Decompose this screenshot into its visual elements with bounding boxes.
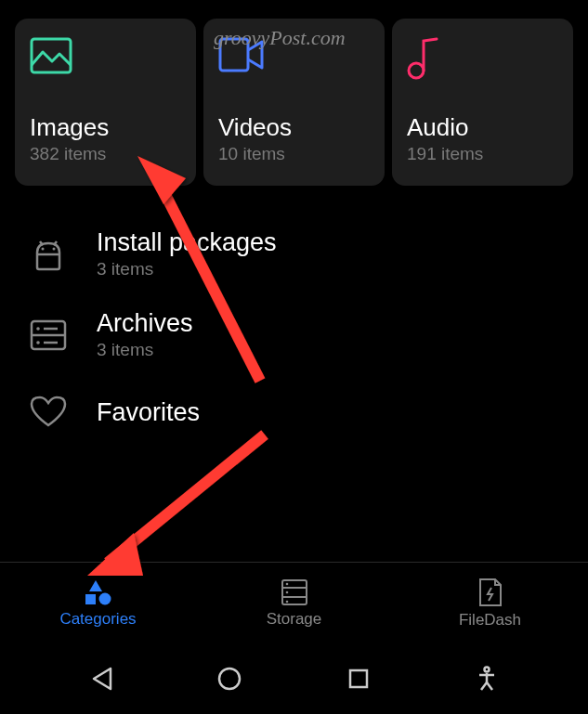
card-videos[interactable]: Videos 10 items — [203, 19, 385, 186]
card-title: Videos — [218, 113, 370, 142]
svg-rect-27 — [350, 670, 367, 687]
tab-filedash[interactable]: FileDash — [392, 563, 588, 643]
nav-home[interactable] — [211, 660, 248, 697]
svg-point-3 — [42, 247, 45, 250]
image-icon — [30, 37, 181, 87]
list-item-favorites[interactable]: Favorites — [0, 375, 588, 449]
svg-point-25 — [285, 600, 288, 603]
card-count: 382 items — [30, 144, 181, 164]
svg-rect-0 — [32, 39, 71, 72]
list-title: Install packages — [97, 228, 277, 257]
svg-point-23 — [285, 582, 288, 585]
list-item-archives[interactable]: Archives 3 items — [0, 294, 588, 375]
categories-icon — [83, 578, 114, 606]
card-audio[interactable]: Audio 191 items — [392, 19, 573, 186]
tab-label: FileDash — [459, 611, 521, 630]
video-icon — [218, 37, 370, 87]
nav-back[interactable] — [83, 660, 120, 697]
list-count: 3 items — [97, 259, 277, 279]
svg-point-9 — [36, 327, 40, 331]
tab-storage[interactable]: Storage — [196, 563, 392, 643]
tab-label: Storage — [267, 610, 322, 629]
card-count: 191 items — [407, 144, 558, 164]
bottom-tabs: Categories Storage FileDash — [0, 562, 588, 643]
svg-marker-17 — [89, 580, 102, 591]
svg-point-19 — [98, 592, 111, 604]
svg-point-24 — [285, 591, 288, 593]
card-title: Audio — [407, 113, 558, 142]
heart-icon — [26, 390, 71, 435]
nav-recent[interactable] — [340, 660, 377, 697]
svg-point-26 — [219, 669, 240, 689]
nav-accessibility[interactable] — [468, 660, 505, 697]
svg-rect-18 — [85, 594, 96, 604]
card-title: Images — [30, 113, 181, 142]
audio-icon — [407, 37, 558, 87]
svg-point-28 — [484, 668, 489, 672]
category-list: Install packages 3 items Archives 3 item… — [0, 204, 588, 459]
storage-icon — [281, 578, 308, 606]
list-title: Archives — [97, 309, 193, 338]
svg-point-2 — [409, 63, 424, 78]
svg-point-11 — [36, 341, 40, 344]
archive-icon — [26, 313, 71, 357]
list-title: Favorites — [97, 398, 200, 427]
card-images[interactable]: Images 382 items — [15, 19, 196, 186]
svg-rect-1 — [220, 39, 248, 71]
svg-point-4 — [53, 247, 56, 250]
svg-line-32 — [487, 682, 492, 690]
filedash-icon — [478, 578, 503, 607]
category-cards: Images 382 items Videos 10 items Audio 1… — [0, 0, 588, 204]
list-count: 3 items — [97, 340, 193, 360]
card-count: 10 items — [218, 144, 370, 164]
android-icon — [26, 232, 71, 277]
svg-line-31 — [481, 682, 487, 690]
list-item-install-packages[interactable]: Install packages 3 items — [0, 214, 588, 294]
tab-label: Categories — [59, 610, 136, 629]
android-nav-bar — [0, 643, 588, 714]
tab-categories[interactable]: Categories — [0, 563, 196, 643]
